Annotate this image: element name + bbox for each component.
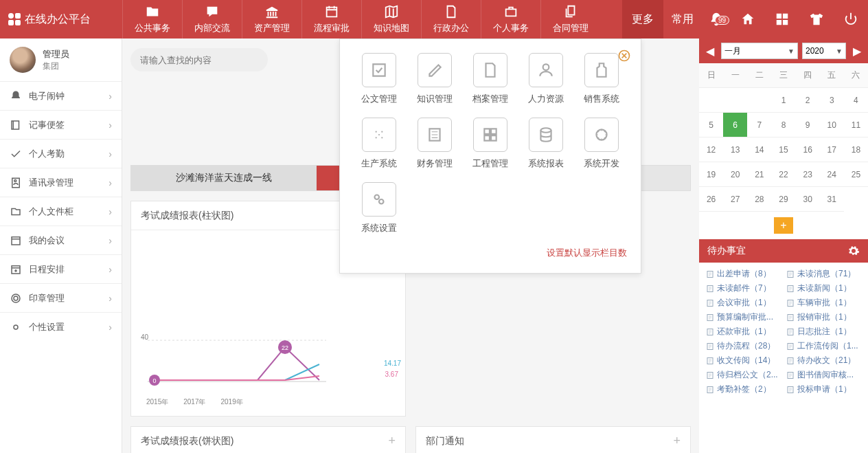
- panel-add-button[interactable]: +: [673, 434, 681, 448]
- todo-item[interactable]: 待办收文（21）: [786, 355, 861, 366]
- calplus-icon: [10, 263, 22, 276]
- nav-item-0[interactable]: 公共事务: [122, 0, 182, 38]
- todo-item[interactable]: 考勤补签（2）: [706, 384, 781, 395]
- gear-icon[interactable]: [847, 245, 860, 257]
- todo-item[interactable]: 图书借阅审核...: [786, 369, 861, 381]
- nav-common[interactable]: 常用: [663, 12, 702, 27]
- nav-item-6[interactable]: 个人事务: [481, 0, 540, 38]
- more-app-9[interactable]: 系统开发: [577, 118, 627, 170]
- cal-day[interactable]: 15: [771, 137, 795, 162]
- todo-item[interactable]: 报销审批（1）: [786, 311, 861, 323]
- todo-item[interactable]: 日志批注（1）: [786, 326, 861, 338]
- cal-day[interactable]: 22: [771, 162, 795, 187]
- cal-day[interactable]: 13: [723, 137, 747, 162]
- cal-day[interactable]: 2: [796, 88, 820, 113]
- cal-day[interactable]: 24: [820, 162, 844, 187]
- todo-item[interactable]: 未读邮件（7）: [706, 283, 781, 294]
- more-app-5[interactable]: 生产系统: [354, 118, 404, 170]
- cal-day[interactable]: 25: [844, 162, 868, 187]
- calendar-add-button[interactable]: +: [774, 217, 793, 234]
- search-box[interactable]: [130, 48, 268, 71]
- panel-add-button[interactable]: +: [388, 434, 396, 448]
- more-app-2[interactable]: 档案管理: [465, 53, 515, 105]
- nav-more[interactable]: 更多: [622, 0, 663, 38]
- sidebar-item-7[interactable]: 印章管理›: [0, 283, 122, 312]
- year-select[interactable]: 2020▼: [802, 43, 846, 59]
- todo-item[interactable]: 未读消息（71）: [786, 268, 861, 280]
- cal-day[interactable]: 6: [723, 113, 747, 137]
- cal-next-button[interactable]: ▶: [850, 45, 864, 58]
- todo-item[interactable]: 未读新闻（1）: [786, 283, 861, 294]
- cal-day[interactable]: 21: [747, 162, 771, 187]
- cal-day[interactable]: 19: [699, 162, 723, 187]
- nav-item-7[interactable]: 合同管理: [540, 0, 600, 38]
- sidebar-item-3[interactable]: 通讯录管理›: [0, 168, 122, 197]
- cal-day[interactable]: 14: [747, 137, 771, 162]
- brand[interactable]: 在线办公平台: [0, 0, 122, 38]
- sidebar-item-0[interactable]: 电子闹钟›: [0, 81, 122, 110]
- home-button[interactable]: [731, 12, 765, 27]
- cal-day[interactable]: 10: [820, 113, 844, 137]
- theme-button[interactable]: [799, 12, 834, 27]
- power-button[interactable]: [834, 12, 868, 27]
- cal-day[interactable]: 18: [844, 137, 868, 162]
- sidebar-item-1[interactable]: 记事便签›: [0, 110, 122, 139]
- cal-day[interactable]: 27: [723, 187, 747, 212]
- todo-item[interactable]: 收文传阅（14）: [706, 355, 781, 366]
- cal-day[interactable]: 31: [820, 187, 844, 212]
- app-icon: [370, 61, 388, 79]
- cal-day[interactable]: 16: [796, 137, 820, 162]
- more-app-0[interactable]: 公文管理: [354, 53, 404, 105]
- nav-item-2[interactable]: 资产管理: [242, 0, 301, 38]
- todo-item[interactable]: 还款审批（1）: [706, 326, 781, 338]
- todo-item[interactable]: 会议审批（1）: [706, 297, 781, 309]
- cal-day[interactable]: 29: [771, 187, 795, 212]
- notifications-button[interactable]: 99: [702, 12, 731, 27]
- cal-day[interactable]: 8: [771, 113, 795, 137]
- todo-item[interactable]: 投标申请（1）: [786, 384, 861, 395]
- nav-item-4[interactable]: 知识地图: [361, 0, 421, 38]
- cal-day[interactable]: 28: [747, 187, 771, 212]
- right-column: ◀ 一月▼ 2020▼ ▶ 日一二三四五六1234567891011121314…: [699, 38, 868, 453]
- cal-day[interactable]: 5: [699, 113, 723, 137]
- cal-day[interactable]: 23: [796, 162, 820, 187]
- cal-day[interactable]: 1: [771, 88, 795, 113]
- nav-item-3[interactable]: 流程审批: [301, 0, 361, 38]
- todo-item[interactable]: 工作流传阅（1...: [786, 340, 861, 352]
- sidebar-item-2[interactable]: 个人考勤›: [0, 139, 122, 168]
- more-app-1[interactable]: 知识管理: [409, 53, 459, 105]
- more-settings-link[interactable]: 设置默认显示栏目数: [354, 247, 627, 259]
- cal-day[interactable]: 17: [820, 137, 844, 162]
- more-app-3[interactable]: 人力资源: [521, 53, 571, 105]
- sidebar-item-4[interactable]: 个人文件柜›: [0, 197, 122, 225]
- apps-button[interactable]: [765, 12, 799, 27]
- more-app-7[interactable]: 工程管理: [465, 118, 515, 170]
- cal-day[interactable]: 12: [699, 137, 723, 162]
- cal-day[interactable]: 11: [844, 113, 868, 137]
- nav-item-1[interactable]: 内部交流: [182, 0, 242, 38]
- close-button[interactable]: [617, 49, 631, 65]
- cal-day[interactable]: 9: [796, 113, 820, 137]
- cal-day[interactable]: 4: [844, 88, 868, 113]
- cal-day[interactable]: 30: [796, 187, 820, 212]
- search-input[interactable]: [140, 55, 255, 65]
- more-app-6[interactable]: 财务管理: [409, 118, 459, 170]
- todo-item[interactable]: 出差申请（8）: [706, 268, 781, 280]
- more-app-10[interactable]: 系统设置: [354, 182, 404, 234]
- sidebar-item-8[interactable]: 个性设置›: [0, 312, 122, 341]
- nav-item-5[interactable]: 行政办公: [421, 0, 481, 38]
- todo-item[interactable]: 待办流程（28）: [706, 340, 781, 352]
- sidebar-item-5[interactable]: 我的会议›: [0, 225, 122, 254]
- cal-day[interactable]: 3: [820, 88, 844, 113]
- cal-day[interactable]: 7: [747, 113, 771, 137]
- cal-day[interactable]: 20: [723, 162, 747, 187]
- sidebar-item-6[interactable]: 日程安排›: [0, 254, 122, 283]
- user-box[interactable]: 管理员 集团: [0, 38, 122, 81]
- todo-item[interactable]: 预算编制审批...: [706, 311, 781, 323]
- cal-day[interactable]: 26: [699, 187, 723, 212]
- cal-prev-button[interactable]: ◀: [703, 45, 717, 58]
- more-app-8[interactable]: 系统报表: [521, 118, 571, 170]
- month-select[interactable]: 一月▼: [721, 43, 798, 59]
- todo-item[interactable]: 待归档公文（2...: [706, 369, 781, 381]
- todo-item[interactable]: 车辆审批（1）: [786, 297, 861, 309]
